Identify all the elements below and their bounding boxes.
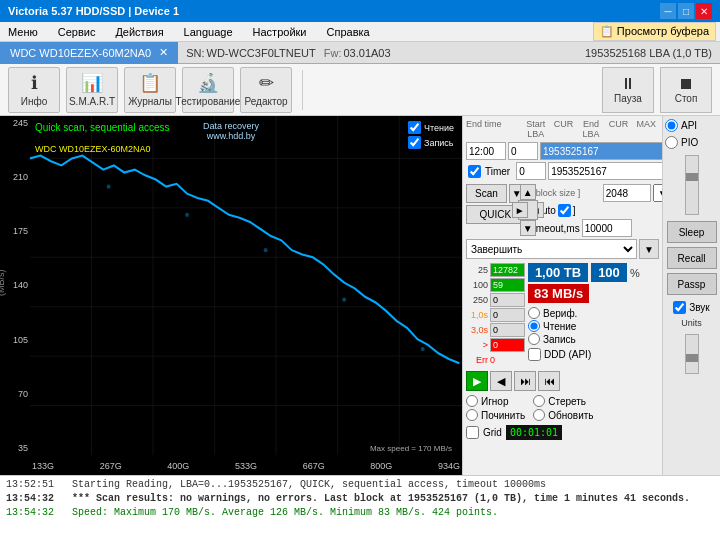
scan-section: Scan ▼ QUICK ▲ ◄ ► ▼ [ block size ] xyxy=(466,184,659,237)
radio-read[interactable]: Чтение xyxy=(528,320,659,332)
ddd-checkbox[interactable] xyxy=(528,348,541,361)
info-icon: ℹ xyxy=(31,72,38,94)
main-content: 245 210 175 140 105 70 35 xyxy=(0,116,720,475)
radio-ignore-input[interactable] xyxy=(466,395,478,407)
right-panel: End time Start LBA CUR End LBA CUR MAX T… xyxy=(462,116,662,475)
time-input[interactable] xyxy=(466,142,506,160)
passp-button[interactable]: Passp xyxy=(667,273,717,295)
lba-row-2: Timer xyxy=(466,162,659,180)
timeout-input[interactable] xyxy=(582,219,632,237)
nav-right-button[interactable]: ► xyxy=(512,202,528,218)
toolbar-test-button[interactable]: 🔬 Тестирование xyxy=(182,67,234,113)
menu-help[interactable]: Справка xyxy=(323,26,374,38)
bar-value-1s: 0 xyxy=(490,308,525,322)
finish-dropdown-btn[interactable]: ▼ xyxy=(639,239,659,259)
device-fw: 03.01A03 xyxy=(343,47,390,59)
menu-bar: Меню Сервис Действия Language Настройки … xyxy=(0,22,720,42)
pio-radio[interactable] xyxy=(665,136,678,149)
menu-actions[interactable]: Действия xyxy=(111,26,167,38)
bar-value-gt: 0 xyxy=(490,338,525,352)
menu-language[interactable]: Language xyxy=(180,26,237,38)
bar-value-25: 12782 xyxy=(490,263,525,277)
auto-checkbox[interactable] xyxy=(558,204,571,217)
pio-row: PIO xyxy=(665,136,718,149)
sound-checkbox[interactable] xyxy=(673,301,686,314)
menu-settings[interactable]: Настройки xyxy=(249,26,311,38)
radio-verif-input[interactable] xyxy=(528,307,540,319)
play-button[interactable]: ▶ xyxy=(466,371,488,391)
stat-speed-value: 83 MB/s xyxy=(528,284,589,303)
block-size-input[interactable] xyxy=(603,184,651,202)
radio-verif[interactable]: Вериф. xyxy=(528,307,659,319)
sleep-button[interactable]: Sleep xyxy=(667,221,717,243)
chart-drawing-area xyxy=(30,116,462,455)
radio-read-input[interactable] xyxy=(528,320,540,332)
radio-write[interactable]: Запись xyxy=(528,333,659,345)
stop-button[interactable]: ⏹ Стоп xyxy=(660,67,712,113)
api-row: API xyxy=(665,119,718,132)
y-label-175: 175 xyxy=(0,226,30,236)
legend-read-checkbox[interactable] xyxy=(408,121,421,134)
toolbar-info-button[interactable]: ℹ Инфо xyxy=(8,67,60,113)
toolbar-logs-button[interactable]: 📋 Журналы xyxy=(124,67,176,113)
radio-erase-input[interactable] xyxy=(533,395,545,407)
finish-select[interactable]: Завершить xyxy=(466,239,637,259)
legend-write-checkbox[interactable] xyxy=(408,136,421,149)
grid-row: Grid 00:01:01 xyxy=(466,425,659,440)
chart-legend: Чтение Запись xyxy=(408,121,454,149)
toolbar-smart-button[interactable]: 📊 S.M.A.R.T xyxy=(66,67,118,113)
radio-fix-label: Починить xyxy=(481,410,525,421)
nav-down-button[interactable]: ▼ xyxy=(520,220,536,236)
chart-hdd-label: WDC WD10EZEX-60M2NA0 xyxy=(35,144,151,154)
api-radio[interactable] xyxy=(665,119,678,132)
bar-row-25: 25 12782 xyxy=(466,263,525,277)
scan-button[interactable]: Scan xyxy=(466,184,507,203)
radio-fix[interactable]: Починить xyxy=(466,409,525,421)
device-tab-close[interactable]: ✕ xyxy=(159,46,168,59)
minimize-button[interactable]: ─ xyxy=(660,3,676,19)
bottom-radio-section: Игнор Починить Стереть Обновить xyxy=(466,395,659,421)
ddd-label: DDD (API) xyxy=(544,349,591,360)
buffer-view-button[interactable]: 📋 Просмотр буфера xyxy=(593,22,716,41)
close-button[interactable]: ✕ xyxy=(696,3,712,19)
radio-ignore[interactable]: Игнор xyxy=(466,395,525,407)
grid-label: Grid xyxy=(483,427,502,438)
timer-value-input[interactable] xyxy=(516,162,546,180)
recall-button[interactable]: Recall xyxy=(667,247,717,269)
timer-checkbox[interactable] xyxy=(468,165,481,178)
start-lba-cur-input[interactable] xyxy=(508,142,538,160)
radio-update-input[interactable] xyxy=(533,409,545,421)
cur-col-label: CUR xyxy=(551,119,577,139)
maximize-button[interactable]: □ xyxy=(678,3,694,19)
nav-up-button[interactable]: ▲ xyxy=(520,184,536,200)
y-label-70: 70 xyxy=(0,389,30,399)
lba-row-1 xyxy=(466,142,659,160)
menu-service[interactable]: Сервис xyxy=(54,26,100,38)
radio-erase[interactable]: Стереть xyxy=(533,395,593,407)
x-label-400g: 400G xyxy=(167,461,189,471)
slider-handle[interactable] xyxy=(686,173,698,181)
y-label-105: 105 xyxy=(0,335,30,345)
toolbar-editor-button[interactable]: ✏ Редактор xyxy=(240,67,292,113)
svg-point-15 xyxy=(342,298,346,302)
toolbar-separator xyxy=(302,70,303,110)
device-tab[interactable]: WDC WD10EZEX-60M2NA0 ✕ xyxy=(0,42,178,64)
rewind-button[interactable]: ◀ xyxy=(490,371,512,391)
pause-button[interactable]: ⏸ Пауза xyxy=(602,67,654,113)
grid-checkbox[interactable] xyxy=(466,426,479,439)
end-lba-input[interactable] xyxy=(540,142,673,160)
bottom-slider-handle[interactable] xyxy=(686,354,698,362)
radio-update[interactable]: Обновить xyxy=(533,409,593,421)
skip-end-button[interactable]: ⏭ xyxy=(514,371,536,391)
radio-fix-input[interactable] xyxy=(466,409,478,421)
stat-pct-value: 100 xyxy=(591,263,627,282)
chart-title-label: Quick scan, sequential access xyxy=(35,122,170,133)
log-area: 13:52:51 Starting Reading, LBA=0...19535… xyxy=(0,475,720,540)
skip-start-button[interactable]: ⏮ xyxy=(538,371,560,391)
menu-menu[interactable]: Меню xyxy=(4,26,42,38)
bar-label-err: Err xyxy=(466,355,488,365)
x-label-667g: 667G xyxy=(303,461,325,471)
chart-panel: 245 210 175 140 105 70 35 xyxy=(0,116,462,475)
radio-write-input[interactable] xyxy=(528,333,540,345)
block-size-label: [ block size ] xyxy=(531,188,601,198)
